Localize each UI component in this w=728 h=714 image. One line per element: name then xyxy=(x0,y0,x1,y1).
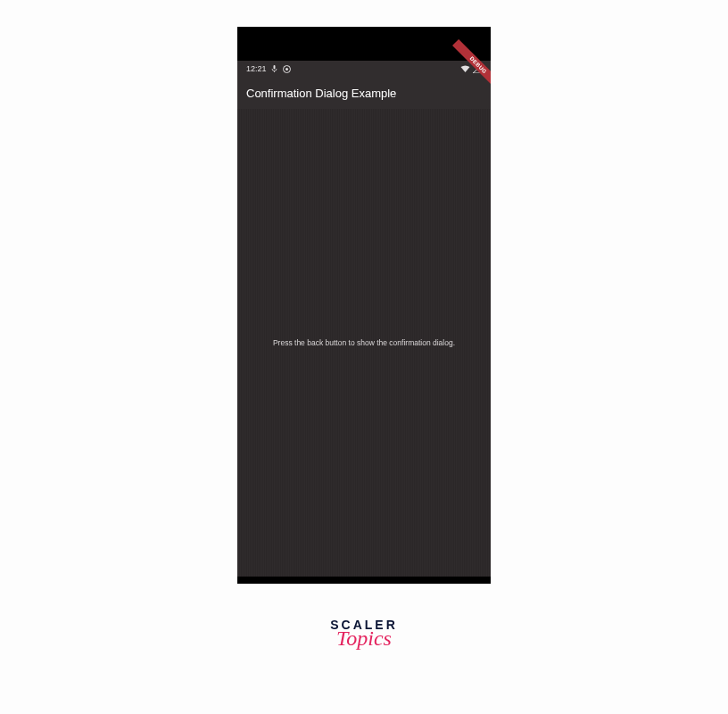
body-message: Press the back button to show the confir… xyxy=(273,338,455,347)
navigation-bar xyxy=(237,577,491,584)
app-bar-title: Confirmation Dialog Example xyxy=(246,87,396,100)
brand-logo: SCALER Topics xyxy=(330,618,398,651)
phone-frame: DEBUG 12:21 xyxy=(237,27,491,584)
circle-icon xyxy=(283,65,291,73)
wifi-icon xyxy=(460,61,470,77)
app-body: Press the back button to show the confir… xyxy=(237,109,491,577)
brand-line-2: Topics xyxy=(330,627,398,651)
status-bar: 12:21 xyxy=(237,61,491,77)
status-time: 12:21 xyxy=(246,64,267,73)
mic-icon xyxy=(271,65,278,72)
svg-rect-0 xyxy=(274,65,276,70)
app-bar: Confirmation Dialog Example xyxy=(237,77,491,109)
svg-point-2 xyxy=(285,68,288,71)
status-bar-left: 12:21 xyxy=(246,64,291,73)
